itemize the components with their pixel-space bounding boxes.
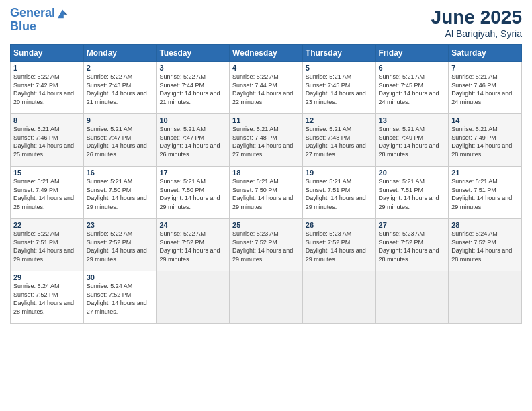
- day-info: Sunrise: 5:21 AM Sunset: 7:51 PM Dayligh…: [379, 177, 446, 211]
- day-number: 9: [87, 116, 154, 124]
- day-info: Sunrise: 5:21 AM Sunset: 7:48 PM Dayligh…: [232, 125, 300, 158]
- day-info: Sunrise: 5:21 AM Sunset: 7:50 PM Dayligh…: [159, 177, 226, 211]
- day-info: Sunrise: 5:21 AM Sunset: 7:48 PM Dayligh…: [306, 125, 373, 158]
- table-row: 17 Sunrise: 5:21 AM Sunset: 7:50 PM Dayl…: [157, 167, 230, 219]
- table-row: 22 Sunrise: 5:22 AM Sunset: 7:51 PM Dayl…: [11, 219, 84, 271]
- col-saturday: Saturday: [449, 45, 522, 62]
- col-tuesday: Tuesday: [157, 45, 230, 62]
- day-number: 23: [87, 221, 154, 229]
- table-row: [302, 271, 375, 324]
- day-number: 6: [379, 64, 446, 72]
- table-row: 11 Sunrise: 5:21 AM Sunset: 7:48 PM Dayl…: [230, 114, 303, 167]
- day-info: Sunrise: 5:22 AM Sunset: 7:43 PM Dayligh…: [87, 73, 154, 106]
- day-info: Sunrise: 5:21 AM Sunset: 7:49 PM Dayligh…: [451, 125, 519, 158]
- table-row: 28 Sunrise: 5:24 AM Sunset: 7:52 PM Dayl…: [449, 219, 522, 271]
- day-info: Sunrise: 5:21 AM Sunset: 7:45 PM Dayligh…: [379, 73, 446, 106]
- day-info: Sunrise: 5:21 AM Sunset: 7:45 PM Dayligh…: [306, 73, 373, 106]
- day-info: Sunrise: 5:21 AM Sunset: 7:49 PM Dayligh…: [13, 177, 81, 211]
- table-row: 24 Sunrise: 5:22 AM Sunset: 7:52 PM Dayl…: [157, 219, 230, 271]
- day-number: 26: [306, 221, 373, 229]
- table-row: 7 Sunrise: 5:21 AM Sunset: 7:46 PM Dayli…: [449, 62, 522, 114]
- table-row: 15 Sunrise: 5:21 AM Sunset: 7:49 PM Dayl…: [11, 167, 84, 219]
- table-row: 19 Sunrise: 5:21 AM Sunset: 7:51 PM Dayl…: [302, 167, 375, 219]
- col-wednesday: Wednesday: [230, 45, 303, 62]
- day-info: Sunrise: 5:22 AM Sunset: 7:44 PM Dayligh…: [159, 73, 226, 106]
- day-info: Sunrise: 5:23 AM Sunset: 7:52 PM Dayligh…: [306, 230, 373, 263]
- day-info: Sunrise: 5:21 AM Sunset: 7:47 PM Dayligh…: [87, 125, 154, 158]
- page: General Blue June 2025 Al Bariqiyah, Syr…: [0, 0, 532, 411]
- calendar-title: June 2025: [431, 7, 522, 28]
- table-row: [375, 271, 449, 324]
- logo: General Blue: [10, 7, 71, 34]
- table-row: 23 Sunrise: 5:22 AM Sunset: 7:52 PM Dayl…: [83, 219, 157, 271]
- table-row: 13 Sunrise: 5:21 AM Sunset: 7:49 PM Dayl…: [375, 114, 449, 167]
- table-row: [230, 271, 303, 324]
- col-monday: Monday: [83, 45, 157, 62]
- table-row: 5 Sunrise: 5:21 AM Sunset: 7:45 PM Dayli…: [302, 62, 375, 114]
- day-number: 15: [13, 169, 81, 177]
- day-number: 29: [13, 273, 81, 281]
- day-info: Sunrise: 5:21 AM Sunset: 7:46 PM Dayligh…: [13, 125, 81, 158]
- table-row: 30 Sunrise: 5:24 AM Sunset: 7:52 PM Dayl…: [83, 271, 157, 324]
- table-row: 26 Sunrise: 5:23 AM Sunset: 7:52 PM Dayl…: [302, 219, 375, 271]
- table-row: 18 Sunrise: 5:21 AM Sunset: 7:50 PM Dayl…: [230, 167, 303, 219]
- table-row: [157, 271, 230, 324]
- day-number: 30: [87, 273, 154, 281]
- table-row: 2 Sunrise: 5:22 AM Sunset: 7:43 PM Dayli…: [83, 62, 157, 114]
- day-number: 5: [306, 64, 373, 72]
- table-row: 25 Sunrise: 5:23 AM Sunset: 7:52 PM Dayl…: [230, 219, 303, 271]
- day-number: 19: [306, 169, 373, 177]
- day-number: 21: [451, 169, 519, 177]
- table-row: 16 Sunrise: 5:21 AM Sunset: 7:50 PM Dayl…: [83, 167, 157, 219]
- day-number: 2: [87, 64, 154, 72]
- calendar-row: 29 Sunrise: 5:24 AM Sunset: 7:52 PM Dayl…: [11, 271, 522, 324]
- day-info: Sunrise: 5:23 AM Sunset: 7:52 PM Dayligh…: [379, 230, 446, 263]
- day-info: Sunrise: 5:21 AM Sunset: 7:51 PM Dayligh…: [451, 177, 519, 211]
- day-info: Sunrise: 5:21 AM Sunset: 7:50 PM Dayligh…: [87, 177, 154, 211]
- day-number: 27: [379, 221, 446, 229]
- day-info: Sunrise: 5:24 AM Sunset: 7:52 PM Dayligh…: [87, 282, 154, 316]
- table-row: 14 Sunrise: 5:21 AM Sunset: 7:49 PM Dayl…: [449, 114, 522, 167]
- day-number: 8: [13, 116, 81, 124]
- calendar-row: 8 Sunrise: 5:21 AM Sunset: 7:46 PM Dayli…: [11, 114, 522, 167]
- col-friday: Friday: [375, 45, 449, 62]
- calendar-table: Sunday Monday Tuesday Wednesday Thursday…: [10, 44, 522, 324]
- day-info: Sunrise: 5:21 AM Sunset: 7:46 PM Dayligh…: [451, 73, 519, 106]
- table-row: 3 Sunrise: 5:22 AM Sunset: 7:44 PM Dayli…: [157, 62, 230, 114]
- day-number: 10: [159, 116, 226, 124]
- day-number: 1: [13, 64, 81, 72]
- col-thursday: Thursday: [302, 45, 375, 62]
- logo-text-line1: General: [10, 7, 55, 20]
- table-row: 27 Sunrise: 5:23 AM Sunset: 7:52 PM Dayl…: [375, 219, 449, 271]
- day-info: Sunrise: 5:21 AM Sunset: 7:50 PM Dayligh…: [232, 177, 300, 211]
- calendar-row: 1 Sunrise: 5:22 AM Sunset: 7:42 PM Dayli…: [11, 62, 522, 114]
- table-row: [449, 271, 522, 324]
- day-number: 18: [232, 169, 300, 177]
- day-number: 13: [379, 116, 446, 124]
- table-row: 1 Sunrise: 5:22 AM Sunset: 7:42 PM Dayli…: [11, 62, 84, 114]
- day-number: 24: [159, 221, 226, 229]
- day-number: 16: [87, 169, 154, 177]
- day-number: 22: [13, 221, 81, 229]
- table-row: 10 Sunrise: 5:21 AM Sunset: 7:47 PM Dayl…: [157, 114, 230, 167]
- header-row: Sunday Monday Tuesday Wednesday Thursday…: [11, 45, 522, 62]
- logo-text-line2: Blue: [10, 20, 71, 34]
- day-number: 7: [451, 64, 519, 72]
- day-number: 12: [306, 116, 373, 124]
- table-row: 29 Sunrise: 5:24 AM Sunset: 7:52 PM Dayl…: [11, 271, 84, 324]
- table-row: 6 Sunrise: 5:21 AM Sunset: 7:45 PM Dayli…: [375, 62, 449, 114]
- day-info: Sunrise: 5:23 AM Sunset: 7:52 PM Dayligh…: [232, 230, 300, 263]
- day-info: Sunrise: 5:22 AM Sunset: 7:42 PM Dayligh…: [13, 73, 81, 106]
- header: General Blue June 2025 Al Bariqiyah, Syr…: [10, 7, 522, 39]
- day-number: 14: [451, 116, 519, 124]
- logo-icon: [56, 7, 69, 19]
- day-number: 11: [232, 116, 300, 124]
- calendar-row: 15 Sunrise: 5:21 AM Sunset: 7:49 PM Dayl…: [11, 167, 522, 219]
- day-info: Sunrise: 5:21 AM Sunset: 7:49 PM Dayligh…: [379, 125, 446, 158]
- title-block: June 2025 Al Bariqiyah, Syria: [431, 7, 522, 39]
- table-row: 21 Sunrise: 5:21 AM Sunset: 7:51 PM Dayl…: [449, 167, 522, 219]
- day-info: Sunrise: 5:22 AM Sunset: 7:52 PM Dayligh…: [87, 230, 154, 263]
- calendar-row: 22 Sunrise: 5:22 AM Sunset: 7:51 PM Dayl…: [11, 219, 522, 271]
- day-number: 20: [379, 169, 446, 177]
- table-row: 4 Sunrise: 5:22 AM Sunset: 7:44 PM Dayli…: [230, 62, 303, 114]
